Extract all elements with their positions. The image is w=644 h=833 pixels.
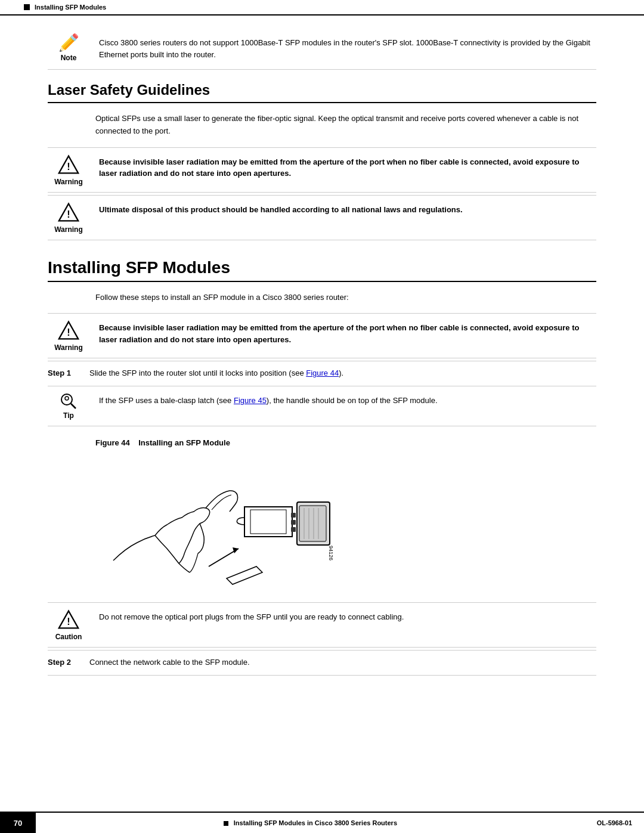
svg-line-7 xyxy=(71,404,76,408)
installing-sfp-heading: Installing SFP Modules xyxy=(48,258,596,282)
tip-block: Tip If the SFP uses a bale-clasp latch (… xyxy=(48,386,596,426)
figure-number: Figure 44 xyxy=(95,438,130,447)
warning-label-2: Warning xyxy=(54,225,83,234)
note-text: Cisco 3800 series routers do not support… xyxy=(99,35,596,60)
note-icon-area: ✏️ Note xyxy=(48,35,89,62)
footer-center-label: Installing SFP Modules in Cisco 3800 Ser… xyxy=(234,819,397,826)
top-bar: Installing SFP Modules xyxy=(0,0,644,16)
warning-icon-area-3: ! Warning xyxy=(48,320,89,352)
step-1-text-after: ). xyxy=(339,368,343,377)
caution-icon-area: ! Caution xyxy=(48,609,89,641)
step-1-text-before: Slide the SFP into the router slot until… xyxy=(89,368,306,377)
warning-block-1: ! Warning Because invisible laser radiat… xyxy=(48,147,596,193)
svg-rect-13 xyxy=(291,527,296,532)
warning-icon-area-1: ! Warning xyxy=(48,154,89,186)
tip-text-before: If the SFP uses a bale-clasp latch (see xyxy=(99,396,234,405)
footer-center-text: Installing SFP Modules in Cisco 3800 Ser… xyxy=(36,819,585,826)
figure-45-link[interactable]: Figure 45 xyxy=(234,396,267,405)
svg-text:!: ! xyxy=(67,209,70,219)
warning-text-1: Because invisible laser radiation may be… xyxy=(99,154,596,179)
figure-container: Figure 44 Installing an SFP Module xyxy=(95,438,596,596)
svg-rect-10 xyxy=(250,510,286,534)
laser-safety-heading: Laser Safety Guidelines xyxy=(48,82,596,103)
note-label: Note xyxy=(61,54,77,62)
step-2-block: Step 2 Connect the network cable to the … xyxy=(48,650,596,676)
svg-point-8 xyxy=(65,397,69,400)
step-2-text: Connect the network cable to the SFP mod… xyxy=(89,657,596,669)
tip-label: Tip xyxy=(63,411,74,420)
warning-block-2: ! Warning Ultimate disposal of this prod… xyxy=(48,195,596,240)
page-number: 70 xyxy=(0,813,36,833)
svg-text:94126: 94126 xyxy=(328,546,334,561)
note-block: ✏️ Note Cisco 3800 series routers do not… xyxy=(48,27,596,70)
svg-rect-12 xyxy=(291,520,296,525)
pencil-icon: ✏️ xyxy=(58,35,79,51)
warning-triangle-icon-2: ! xyxy=(58,202,79,223)
warning-triangle-icon-1: ! xyxy=(58,154,79,175)
warning-text-3: Because invisible laser radiation may be… xyxy=(99,320,596,345)
caution-label: Caution xyxy=(55,633,82,641)
svg-rect-15 xyxy=(299,506,326,541)
step-2-label: Step 2 xyxy=(48,657,89,667)
figure-caption: Figure 44 Installing an SFP Module xyxy=(95,438,596,447)
svg-text:!: ! xyxy=(67,616,70,627)
caution-triangle-icon: ! xyxy=(58,609,79,630)
footer-right-text: OL-5968-01 xyxy=(585,819,644,826)
svg-text:!: ! xyxy=(67,327,70,337)
tip-text: If the SFP uses a bale-clasp latch (see … xyxy=(99,392,596,407)
main-content: ✏️ Note Cisco 3800 series routers do not… xyxy=(0,16,644,812)
step-1-text: Slide the SFP into the router slot until… xyxy=(89,367,596,380)
top-bar-square-icon xyxy=(24,4,30,10)
tip-text-after: ), the handle should be on top of the SF… xyxy=(267,396,438,405)
warning-block-3: ! Warning Because invisible laser radiat… xyxy=(48,313,596,358)
bottom-bar: 70 Installing SFP Modules in Cisco 3800 … xyxy=(0,812,644,833)
tip-search-icon xyxy=(60,392,78,410)
warning-text-2: Ultimate disposal of this product should… xyxy=(99,202,596,216)
warning-label-3: Warning xyxy=(54,343,83,352)
top-bar-label: Installing SFP Modules xyxy=(35,4,106,11)
figure-caption-text: Installing an SFP Module xyxy=(138,438,230,447)
svg-rect-11 xyxy=(291,513,296,518)
installing-sfp-body: Follow these steps to install an SFP mod… xyxy=(95,292,596,304)
svg-text:!: ! xyxy=(67,161,70,172)
caution-block: ! Caution Do not remove the optical port… xyxy=(48,602,596,648)
step-1-block: Step 1 Slide the SFP into the router slo… xyxy=(48,361,596,386)
tip-icon-area: Tip xyxy=(48,392,89,420)
caution-text: Do not remove the optical port plugs fro… xyxy=(99,609,596,623)
warning-triangle-icon-3: ! xyxy=(58,320,79,341)
step-1-label: Step 1 xyxy=(48,367,89,377)
laser-safety-body: Optical SFPs use a small laser to genera… xyxy=(95,113,596,138)
warning-label-1: Warning xyxy=(54,178,83,186)
figure-image: 94126 xyxy=(107,453,334,596)
svg-marker-21 xyxy=(233,547,239,553)
svg-point-6 xyxy=(61,394,72,405)
page-container: Installing SFP Modules ✏️ Note Cisco 380… xyxy=(0,0,644,833)
warning-icon-area-2: ! Warning xyxy=(48,202,89,234)
svg-rect-9 xyxy=(244,507,292,537)
figure-44-link[interactable]: Figure 44 xyxy=(306,368,339,377)
sfp-diagram: 94126 xyxy=(107,453,334,596)
footer-square-icon xyxy=(224,821,228,826)
